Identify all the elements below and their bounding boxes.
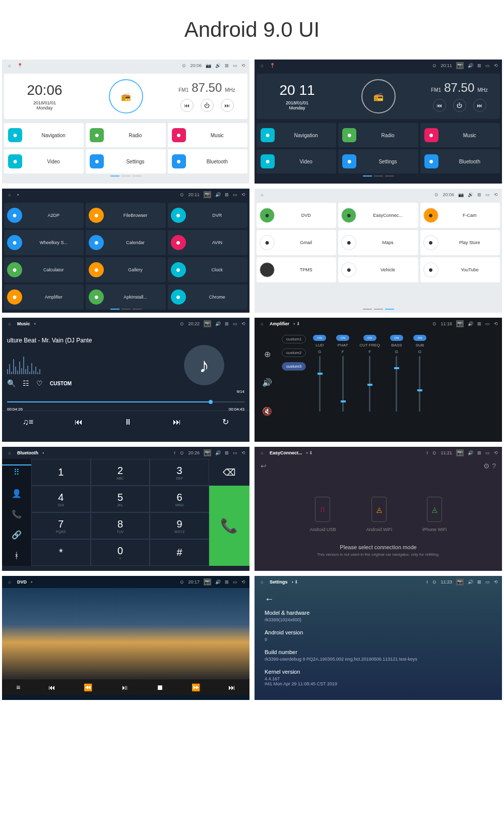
menu-button[interactable]: ≡ bbox=[16, 683, 20, 691]
app-wheelkeys[interactable]: ●Wheelkey S... bbox=[4, 230, 84, 255]
close-icon[interactable]: ⊠ bbox=[477, 192, 481, 197]
app-fcam[interactable]: ●F-Cam bbox=[420, 203, 500, 228]
pause-button[interactable]: ⏸ bbox=[124, 418, 132, 427]
eq-icon[interactable]: ☷ bbox=[23, 379, 29, 387]
home-icon[interactable]: ⌂ bbox=[259, 449, 266, 456]
prev-button[interactable]: ⏮ bbox=[75, 418, 83, 427]
camera-icon[interactable]: 📷 bbox=[458, 192, 464, 197]
calls-tab[interactable]: 📞 bbox=[12, 509, 22, 519]
search-icon[interactable]: 🔍 bbox=[7, 379, 16, 387]
app-playstore[interactable]: ●Play Store bbox=[420, 230, 500, 255]
key-8[interactable]: 8TUV bbox=[91, 512, 150, 539]
key-5[interactable]: 5JKL bbox=[91, 486, 150, 512]
back-icon[interactable]: ⟲ bbox=[241, 192, 245, 197]
close-icon[interactable]: ⊠ bbox=[225, 63, 229, 68]
dvd-video[interactable] bbox=[2, 588, 249, 679]
home-icon[interactable]: ⌂ bbox=[6, 191, 13, 198]
custom-label[interactable]: CUSTOM bbox=[50, 381, 72, 386]
mode-iphone-wifi[interactable]: ◬ iPhone WiFi bbox=[422, 497, 447, 532]
camera-icon[interactable]: 📷 bbox=[206, 63, 211, 68]
close-icon[interactable]: ⊠ bbox=[225, 579, 229, 584]
rewind-button[interactable]: ⏪ bbox=[84, 683, 92, 691]
home-icon[interactable]: ⌂ bbox=[259, 578, 266, 585]
app-dvd[interactable]: ●DVD bbox=[257, 203, 336, 228]
key-2[interactable]: 2ABC bbox=[91, 459, 150, 486]
prev-button[interactable]: ⏮ bbox=[180, 99, 194, 112]
setting-model-hardware[interactable]: Model & hardwarerk3399(1024x600) bbox=[265, 610, 492, 622]
mode-android-wifi[interactable]: ◬ Android WiFi bbox=[366, 497, 393, 532]
prev-button[interactable]: ⏮ bbox=[433, 99, 446, 112]
window-icon[interactable]: ▭ bbox=[485, 450, 490, 455]
radio-icon[interactable]: 📻 bbox=[361, 79, 396, 113]
app-settings[interactable]: ●Settings bbox=[86, 149, 165, 173]
balance-icon[interactable]: ⊕ bbox=[264, 349, 271, 359]
app-avin[interactable]: ●AVIN bbox=[168, 230, 247, 255]
volume-icon[interactable]: 🔊 bbox=[215, 192, 221, 197]
app-radio[interactable]: ●Radio bbox=[338, 123, 418, 147]
app-navigation[interactable]: ●Navigation bbox=[257, 123, 336, 147]
volume-icon[interactable]: 🔊 bbox=[468, 192, 473, 197]
app-navigation[interactable]: ●Navigation bbox=[4, 123, 84, 147]
window-icon[interactable]: ▭ bbox=[233, 192, 237, 197]
app-gallery[interactable]: ●Gallery bbox=[86, 257, 165, 282]
close-icon[interactable]: ⊠ bbox=[225, 192, 229, 197]
camera-icon[interactable]: 📷 bbox=[456, 449, 464, 456]
key-9[interactable]: 9WXYZ bbox=[150, 512, 209, 539]
app-vehicle[interactable]: ●Vehicle bbox=[338, 257, 418, 282]
progress-slider[interactable] bbox=[7, 398, 244, 406]
key-#[interactable]: # bbox=[150, 539, 209, 566]
setting-build-number[interactable]: Build numberrk3399-userdebug 9 PQ2A.1903… bbox=[265, 649, 492, 662]
backspace-button[interactable]: ⌫ bbox=[209, 459, 249, 486]
camera-icon[interactable]: 📷 bbox=[204, 449, 211, 456]
back-icon[interactable]: ⟲ bbox=[494, 321, 498, 326]
eq-band-bass[interactable]: ONBASSG bbox=[390, 335, 403, 431]
window-icon[interactable]: ▭ bbox=[233, 450, 237, 455]
bt-settings-tab[interactable]: ᚼ bbox=[14, 551, 19, 560]
volume-icon[interactable]: 🔊 bbox=[215, 321, 221, 326]
volume-icon[interactable]: 🔊 bbox=[468, 579, 473, 584]
back-icon[interactable]: ⟲ bbox=[241, 321, 245, 326]
window-icon[interactable]: ▭ bbox=[485, 321, 490, 326]
heart-icon[interactable]: ♡ bbox=[36, 379, 43, 387]
play-button[interactable]: ⏯ bbox=[121, 683, 128, 691]
repeat-button[interactable]: ↻ bbox=[222, 417, 229, 427]
camera-icon[interactable]: 📷 bbox=[456, 320, 464, 327]
app-settings[interactable]: ●Settings bbox=[338, 149, 418, 173]
close-icon[interactable]: ⊠ bbox=[477, 63, 481, 68]
app-clock[interactable]: ●Clock bbox=[168, 257, 247, 282]
app-radio[interactable]: ●Radio bbox=[86, 123, 165, 147]
camera-icon[interactable]: 📷 bbox=[456, 578, 464, 585]
home-icon[interactable]: ⌂ bbox=[259, 320, 266, 327]
key-3[interactable]: 3DEF bbox=[150, 459, 209, 486]
back-icon[interactable]: ⟲ bbox=[494, 192, 498, 197]
forward-button[interactable]: ⏩ bbox=[192, 683, 200, 691]
window-icon[interactable]: ▭ bbox=[485, 192, 490, 197]
close-icon[interactable]: ⊠ bbox=[225, 321, 229, 326]
eq-band-sub[interactable]: ONSUBG bbox=[413, 335, 426, 431]
next-button[interactable]: ⏭ bbox=[173, 418, 181, 427]
app-music[interactable]: ●Music bbox=[168, 123, 247, 147]
home-icon[interactable]: ⌂ bbox=[6, 62, 13, 69]
key-4[interactable]: 4GHI bbox=[31, 486, 91, 512]
back-arrow[interactable]: ← bbox=[265, 594, 492, 605]
app-chrome[interactable]: ●Chrome bbox=[168, 284, 247, 310]
volume-icon[interactable]: 🔊 bbox=[215, 450, 221, 455]
contacts-tab[interactable]: 👤 bbox=[12, 489, 22, 498]
back-icon[interactable]: ⟲ bbox=[494, 450, 498, 455]
key-*[interactable]: * bbox=[31, 539, 91, 566]
radio-icon[interactable]: 📻 bbox=[109, 79, 143, 113]
back-icon[interactable]: ⟲ bbox=[494, 579, 498, 584]
call-button[interactable]: 📞 bbox=[209, 486, 249, 566]
eq-band-phat[interactable]: ONPHATF bbox=[336, 335, 349, 431]
key-6[interactable]: 6MNO bbox=[150, 486, 209, 512]
app-calculator[interactable]: ●Calculator bbox=[4, 257, 84, 282]
camera-icon[interactable]: 📷 bbox=[456, 62, 464, 69]
key-1[interactable]: 1 bbox=[31, 459, 91, 486]
app-video[interactable]: ●Video bbox=[4, 149, 84, 173]
power-button[interactable]: ⏻ bbox=[453, 99, 466, 112]
app-apkinstall[interactable]: ●ApkInstall... bbox=[86, 284, 165, 310]
camera-icon[interactable]: 📷 bbox=[204, 191, 211, 198]
mode-android-usb[interactable]: ⎍ Android USB bbox=[309, 497, 336, 532]
window-icon[interactable]: ▭ bbox=[233, 63, 237, 68]
volume-icon[interactable]: 🔊 bbox=[468, 450, 473, 455]
